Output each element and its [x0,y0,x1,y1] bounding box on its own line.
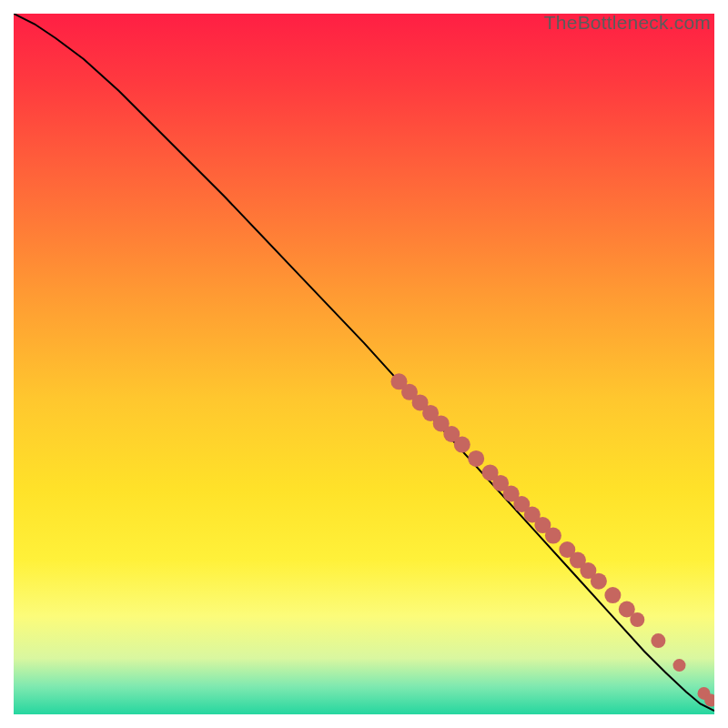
plot-area: TheBottleneck.com [14,14,714,714]
chart-stage: TheBottleneck.com [0,0,728,728]
watermark-text: TheBottleneck.com [544,12,711,34]
